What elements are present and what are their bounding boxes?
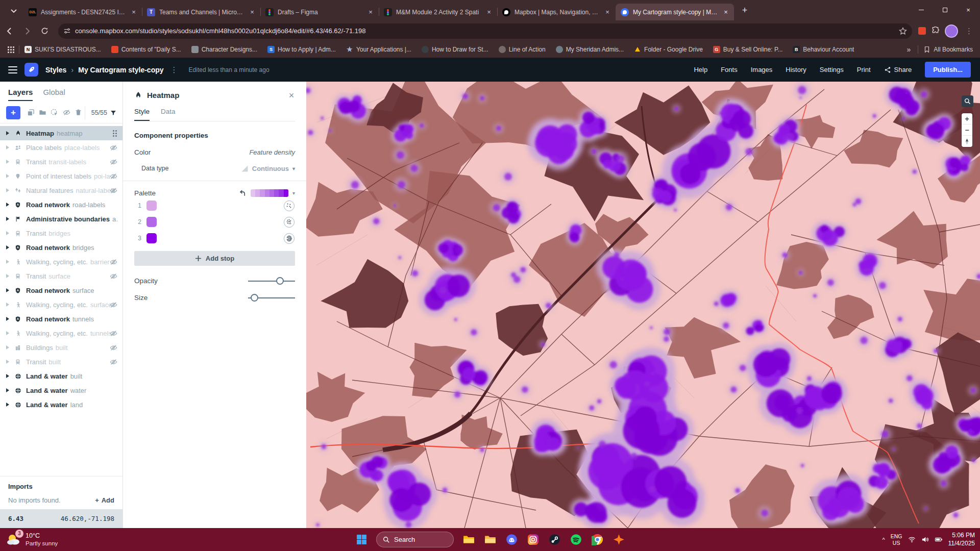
- profile-avatar[interactable]: [945, 24, 958, 38]
- expand-caret-icon[interactable]: [6, 160, 9, 164]
- bookmark-item[interactable]: ★Your Applications |...: [346, 46, 411, 53]
- layer-row-land[interactable]: Land & waterland: [0, 397, 122, 412]
- expand-caret-icon[interactable]: [6, 388, 9, 392]
- expand-caret-icon[interactable]: [6, 317, 9, 321]
- layer-row-water[interactable]: Land & waterwater: [0, 383, 122, 397]
- tab-search-button[interactable]: [7, 5, 20, 18]
- browser-menu-icon[interactable]: ⋮: [965, 29, 973, 34]
- forward-button[interactable]: [19, 23, 35, 39]
- layer-row-road-labels[interactable]: ARoad networkroad-labels: [0, 197, 122, 212]
- layer-row-transit-labels[interactable]: Transittransit-labels: [0, 155, 122, 169]
- bookmark-item[interactable]: My Sheridan Admis...: [556, 46, 624, 53]
- wifi-icon[interactable]: [908, 536, 916, 543]
- maximize-button[interactable]: [933, 0, 957, 19]
- tab-close-icon[interactable]: ×: [603, 8, 611, 16]
- expand-caret-icon[interactable]: [6, 288, 9, 292]
- bookmarks-overflow-button[interactable]: »: [907, 45, 911, 54]
- tab-close-icon[interactable]: ×: [248, 8, 256, 16]
- expand-caret-icon[interactable]: [6, 231, 9, 235]
- tab-style[interactable]: Style: [134, 108, 150, 121]
- tab-close-icon[interactable]: ×: [366, 8, 375, 16]
- tab-data[interactable]: Data: [161, 108, 176, 121]
- layer-row-poi-labels[interactable]: Point of interest labelspoi-labels: [0, 169, 122, 183]
- imports-add-button[interactable]: + Add: [95, 496, 114, 504]
- eye-slash-icon[interactable]: [110, 158, 117, 166]
- tray-expand-button[interactable]: ^: [883, 537, 885, 543]
- hide-layer-icon[interactable]: [61, 107, 71, 119]
- apps-grid-icon[interactable]: [7, 46, 15, 54]
- tab-global[interactable]: Global: [43, 88, 65, 96]
- file-explorer-icon[interactable]: [462, 533, 475, 546]
- taskbar-search[interactable]: Search: [376, 532, 454, 547]
- stop-color-swatch[interactable]: [146, 233, 157, 243]
- layer-row-surface[interactable]: Transitsurface: [0, 269, 122, 283]
- map-search-button[interactable]: [962, 95, 973, 107]
- eye-slash-icon[interactable]: [110, 272, 117, 280]
- expand-caret-icon[interactable]: [6, 245, 9, 249]
- layer-row-admin[interactable]: Administrative boundariesadmin: [0, 212, 122, 226]
- extensions-puzzle-icon[interactable]: [931, 27, 940, 35]
- expand-caret-icon[interactable]: [6, 188, 9, 192]
- bookmark-item[interactable]: NSUKI'S DISASTROUS...: [24, 46, 101, 53]
- layer-row-tunnels[interactable]: ARoad networktunnels: [0, 312, 122, 326]
- expand-caret-icon[interactable]: [6, 145, 9, 149]
- publish-button[interactable]: Publish...: [925, 62, 971, 78]
- all-bookmarks-button[interactable]: All Bookmarks: [923, 46, 973, 53]
- browser-tab[interactable]: My Cartogram style-copy | Map×: [616, 4, 734, 20]
- folder-icon[interactable]: [483, 533, 497, 546]
- expand-caret-icon[interactable]: [6, 345, 9, 349]
- expand-caret-icon[interactable]: [6, 217, 9, 221]
- mapbox-logo[interactable]: [24, 63, 38, 77]
- start-button[interactable]: [355, 533, 368, 546]
- layer-row-built[interactable]: Buildingsbuilt: [0, 340, 122, 355]
- eye-slash-icon[interactable]: [110, 258, 117, 266]
- tab-close-icon[interactable]: ×: [130, 8, 138, 16]
- expand-caret-icon[interactable]: [6, 360, 9, 364]
- menu-hamburger-icon[interactable]: [8, 66, 17, 73]
- zoom-out-button[interactable]: −: [962, 124, 972, 136]
- layer-row-heatmap[interactable]: Heatmapheatmap: [0, 126, 122, 140]
- browser-tab[interactable]: D2LAssignments - DESN27425 Inte×: [23, 4, 142, 20]
- expand-caret-icon[interactable]: [6, 303, 9, 307]
- layer-row-surface[interactable]: Walking, cycling, etc.surface: [0, 297, 122, 312]
- add-layer-button[interactable]: +: [6, 106, 20, 119]
- bookmark-item[interactable]: Character Designs...: [191, 46, 257, 53]
- map-canvas[interactable]: + −: [306, 82, 980, 528]
- nav-images[interactable]: Images: [751, 66, 773, 73]
- layer-row-bridges[interactable]: ARoad networkbridges: [0, 240, 122, 255]
- eye-slash-icon[interactable]: [110, 144, 117, 152]
- density-medium-icon[interactable]: [283, 216, 295, 228]
- layer-row-natural-labels[interactable]: Natural featuresnatural-labels: [0, 183, 122, 197]
- browser-tab[interactable]: Drafts – Figma×: [260, 4, 379, 20]
- stop-color-swatch[interactable]: [146, 201, 157, 211]
- add-stop-button[interactable]: Add stop: [134, 251, 295, 266]
- bookmark-item[interactable]: Folder - Google Drive: [634, 46, 703, 53]
- bookmark-item[interactable]: SHow to Apply | Adm...: [267, 46, 336, 53]
- expand-caret-icon[interactable]: [6, 131, 9, 135]
- compass-button[interactable]: [962, 136, 972, 147]
- chevron-down-icon[interactable]: ▾: [292, 190, 295, 196]
- chrome-icon[interactable]: [591, 533, 604, 546]
- tab-close-icon[interactable]: ×: [485, 8, 493, 16]
- stop-color-swatch[interactable]: [146, 217, 157, 227]
- reload-button[interactable]: [37, 23, 52, 39]
- data-type-dropdown[interactable]: Continuous ▾: [240, 164, 295, 172]
- layer-row-built[interactable]: Transitbuilt: [0, 355, 122, 369]
- back-button[interactable]: [2, 23, 17, 39]
- tab-layers[interactable]: Layers: [8, 88, 33, 96]
- layer-count[interactable]: 55/55: [85, 106, 116, 119]
- spotify-icon[interactable]: [569, 533, 582, 546]
- browser-tab[interactable]: M&M Module 2 Activity 2 Spati×: [379, 4, 497, 20]
- nav-history[interactable]: History: [786, 66, 806, 73]
- density-low-icon[interactable]: [283, 200, 295, 212]
- battery-icon[interactable]: [935, 536, 943, 543]
- delete-layer-icon[interactable]: [73, 107, 84, 119]
- layer-row-built[interactable]: Land & waterbuilt: [0, 369, 122, 383]
- expand-caret-icon[interactable]: [6, 331, 9, 335]
- drag-handle-icon[interactable]: [112, 130, 117, 137]
- bookmark-item[interactable]: GBuy & Sell Online: P...: [713, 46, 783, 53]
- zoom-in-button[interactable]: +: [962, 113, 972, 124]
- expand-caret-icon[interactable]: [6, 374, 9, 378]
- close-window-button[interactable]: ×: [957, 0, 980, 19]
- nav-settings[interactable]: Settings: [820, 66, 844, 73]
